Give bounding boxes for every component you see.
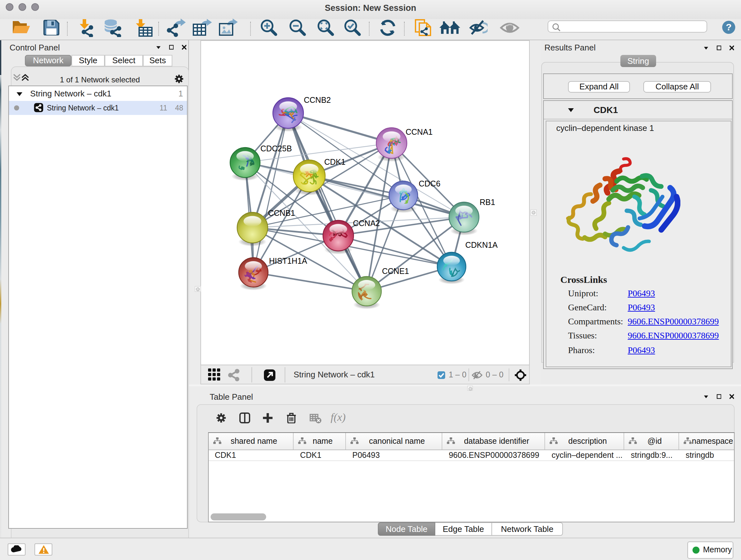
svg-text:CCNB1: CCNB1: [268, 208, 295, 217]
svg-text:HIST1H1A: HIST1H1A: [269, 256, 307, 265]
svg-text:CCNE1: CCNE1: [382, 266, 409, 275]
svg-text:CCNA2: CCNA2: [353, 219, 380, 228]
svg-text:CDK1: CDK1: [324, 158, 346, 166]
svg-text:CDKN1A: CDKN1A: [465, 240, 498, 249]
svg-text:CDC6: CDC6: [419, 179, 441, 188]
svg-text:?: ?: [726, 22, 732, 33]
svg-text:CCNB2: CCNB2: [304, 96, 331, 105]
svg-text:CCNA1: CCNA1: [406, 127, 433, 136]
svg-text:RB1: RB1: [480, 198, 495, 206]
svg-text:CDC25B: CDC25B: [260, 144, 292, 153]
